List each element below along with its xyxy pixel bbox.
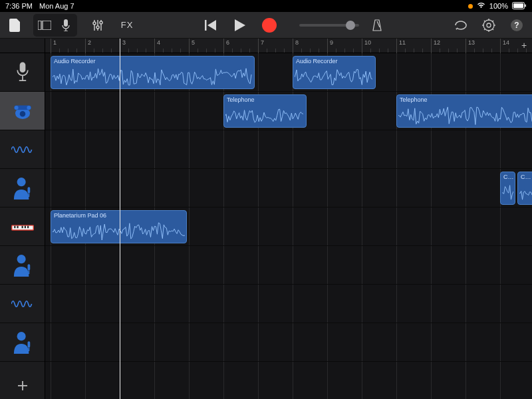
svg-rect-1	[513, 3, 523, 8]
track-lane[interactable]: TelephoneTelephone	[45, 92, 532, 130]
track-lane[interactable]: Planetarium Pad 06	[45, 207, 532, 246]
ruler-bar[interactable]: 12	[431, 39, 432, 53]
svg-text:?: ?	[514, 21, 519, 30]
wave-icon	[11, 293, 34, 315]
track-header-person[interactable]	[0, 323, 45, 362]
my-songs-button[interactable]	[4, 15, 27, 35]
ruler-bar[interactable]: 2	[85, 39, 86, 53]
keyboard-icon	[11, 215, 34, 238]
audio-region[interactable]: C…m	[500, 172, 515, 205]
audio-region[interactable]: Telephone	[223, 94, 307, 128]
ruler-bar[interactable]: 13	[466, 39, 466, 53]
status-date: Mon Aug 7	[39, 2, 74, 10]
master-volume-slider[interactable]	[299, 24, 359, 27]
track-lane[interactable]: C…mC…	[45, 169, 532, 207]
svg-rect-4	[43, 21, 51, 30]
ruler-bar[interactable]: 4	[154, 39, 155, 53]
svg-point-9	[93, 22, 96, 25]
mic-icon	[11, 61, 34, 84]
ruler-bar[interactable]: 10	[362, 39, 362, 53]
region-label: C…	[518, 172, 532, 182]
region-label: C…m	[501, 172, 515, 182]
audio-region[interactable]: Audio Recorder	[51, 56, 255, 89]
person-icon	[11, 331, 34, 354]
audio-region[interactable]: Telephone	[396, 94, 532, 128]
person-icon	[11, 254, 34, 277]
status-time: 7:36 PM	[5, 2, 33, 10]
ruler-bar[interactable]: 14	[500, 39, 501, 53]
track-controls-button[interactable]	[86, 15, 109, 35]
svg-point-15	[487, 23, 491, 27]
waveform-icon	[502, 183, 513, 203]
region-label: Audio Recorder	[51, 57, 254, 66]
ruler-bar[interactable]: 9	[327, 39, 328, 53]
track-header-wave[interactable]	[0, 285, 45, 323]
track-lane[interactable]	[45, 130, 532, 169]
transport-controls	[200, 15, 281, 35]
ruler-bar[interactable]: 1	[51, 39, 51, 53]
instrument-view-button[interactable]	[56, 15, 76, 35]
track-header-telephone[interactable]	[0, 92, 45, 130]
go-to-beginning-button[interactable]	[200, 15, 222, 35]
ruler-bar[interactable]: 8	[293, 39, 293, 53]
audio-region[interactable]: C…	[517, 172, 532, 205]
region-label: Audio Recorder	[293, 57, 375, 66]
playhead[interactable]: 3	[120, 39, 120, 399]
play-button[interactable]	[229, 15, 251, 35]
track-header-person[interactable]	[0, 246, 45, 285]
svg-point-10	[96, 26, 99, 29]
workspace: + 1234567891011121314 Audio RecorderAudi…	[0, 39, 532, 399]
toolbar: FX ?	[0, 12, 532, 39]
track-header-wave[interactable]	[0, 130, 45, 169]
wave-icon	[11, 138, 34, 161]
svg-rect-5	[64, 19, 68, 27]
track-lane[interactable]: Audio RecorderAudio Recorder	[45, 53, 532, 92]
browser-view-button[interactable]	[35, 15, 55, 35]
ruler-bar[interactable]: 6	[223, 39, 224, 53]
track-header-mic[interactable]	[0, 53, 45, 92]
waveform-icon	[295, 67, 374, 87]
region-label: Planetarium Pad 06	[51, 211, 186, 220]
fx-button[interactable]: FX	[116, 15, 138, 35]
settings-button[interactable]	[477, 15, 500, 35]
recording-indicator-icon	[468, 4, 473, 9]
track-lane[interactable]	[45, 246, 532, 285]
waveform-icon	[53, 221, 185, 241]
ruler-bar[interactable]: 11	[396, 39, 397, 53]
svg-rect-12	[205, 20, 207, 31]
svg-rect-2	[525, 4, 527, 7]
track-lane[interactable]	[45, 285, 532, 323]
ruler-bar[interactable]: 7	[258, 39, 259, 53]
audio-region[interactable]: Audio Recorder	[293, 56, 376, 89]
svg-point-11	[100, 21, 102, 24]
waveform-icon	[398, 106, 532, 126]
svg-rect-3	[38, 21, 41, 30]
audio-region[interactable]: Planetarium Pad 06	[51, 210, 187, 243]
waveform-icon	[53, 67, 253, 87]
ruler[interactable]: + 1234567891011121314	[45, 39, 532, 53]
loop-browser-button[interactable]	[450, 15, 472, 35]
waveform-icon	[225, 106, 305, 126]
ruler-bar[interactable]: 5	[189, 39, 190, 53]
region-label: Telephone	[224, 95, 306, 104]
track-lane[interactable]	[45, 323, 532, 362]
waveform-icon	[519, 183, 532, 203]
battery-label: 100%	[489, 2, 508, 10]
timeline[interactable]: + 1234567891011121314 Audio RecorderAudi…	[45, 39, 532, 399]
track-headers	[0, 39, 45, 399]
metronome-button[interactable]	[366, 15, 388, 35]
region-label: Telephone	[397, 95, 532, 104]
wifi-icon	[477, 2, 485, 10]
battery-icon	[512, 2, 527, 11]
help-button[interactable]: ?	[505, 15, 528, 35]
status-bar: 7:36 PM Mon Aug 7 100%	[0, 0, 532, 12]
record-button[interactable]	[258, 15, 281, 35]
track-header-keyboard[interactable]	[0, 207, 45, 246]
add-track-button[interactable]	[0, 372, 45, 399]
person-icon	[11, 177, 34, 200]
track-header-person[interactable]	[0, 169, 45, 207]
telephone-icon	[11, 100, 34, 122]
add-section-button[interactable]: +	[519, 40, 529, 51]
